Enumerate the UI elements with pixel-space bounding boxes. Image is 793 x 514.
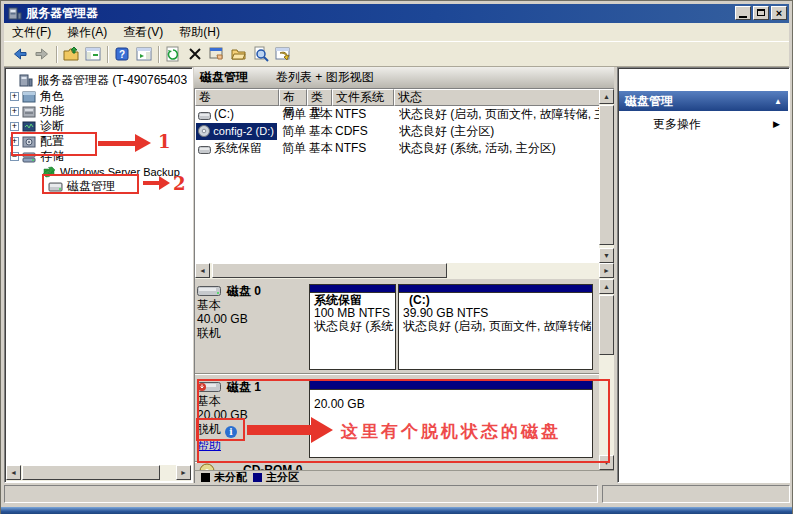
toolbar-separator [158, 46, 159, 63]
close-icon: × [776, 7, 782, 19]
tree-item-roles[interactable]: + 角色 [10, 89, 64, 104]
actions-pane: 磁盘管理 ▲ 更多操作 ▶ [617, 67, 790, 483]
minimize-button[interactable] [735, 6, 751, 20]
find-button[interactable] [250, 44, 272, 65]
collapse-icon[interactable]: ▲ [774, 97, 782, 106]
column-header-volume[interactable]: 卷 [195, 89, 279, 106]
cd-icon [198, 125, 210, 137]
actions-section-disk-management[interactable]: 磁盘管理 ▲ [619, 91, 788, 111]
disk-size: 40.00 GB [197, 312, 307, 326]
volume-row-config2[interactable]: config-2 (D:) 简单 基本 CDFS 状态良好 (主分区) [195, 123, 599, 140]
window-bottom-edge [1, 507, 792, 514]
delete-button[interactable] [184, 44, 206, 65]
column-header-status[interactable]: 状态 [394, 89, 600, 106]
menu-file[interactable]: 文件(F) [4, 23, 59, 42]
column-header-filesystem[interactable]: 文件系统 [332, 89, 394, 106]
disk0-row[interactable]: 磁盘 0 基本 40.00 GB 联机 系统保留 100 MB NTFS 状态良… [195, 282, 600, 374]
scroll-thumb[interactable] [599, 295, 614, 355]
expander-icon[interactable]: + [10, 107, 19, 116]
partition-status: 状态良好 (启动, 页面文件, 故障转储, [399, 320, 592, 333]
up-folder-icon [63, 46, 79, 62]
open-folder-button[interactable] [228, 44, 250, 65]
up-folder-button[interactable] [60, 44, 82, 65]
forward-icon [34, 46, 50, 62]
expander-icon[interactable]: + [10, 122, 19, 131]
scroll-up-icon[interactable]: ▲ [599, 279, 614, 294]
pane-subtitle: 卷列表 + 图形视图 [248, 69, 374, 86]
partition-size: 39.90 GB NTFS [399, 307, 592, 320]
tree-hscrollbar[interactable]: ◄ ► [6, 465, 191, 481]
annotation-arrow3-shaft [247, 425, 312, 435]
scroll-left-icon[interactable]: ◄ [195, 263, 210, 278]
menu-bar: 文件(F) 操作(A) 查看(V) 帮助(H) [4, 23, 789, 42]
find-icon [253, 46, 269, 62]
volume-row-c[interactable]: (C:) 简单 基本 NTFS 状态良好 (启动, 页面文件, 故障转储, 主 [195, 106, 599, 123]
menu-action[interactable]: 操作(A) [59, 23, 115, 42]
selected-volume-cell[interactable]: config-2 (D:) [196, 123, 277, 140]
console-tree-button[interactable] [82, 44, 104, 65]
volume-list: 卷 布局 类型 文件系统 状态 (C:) 简单 基本 NTFS 状态良好 (启动… [194, 89, 614, 279]
disk-drive-icon [197, 285, 221, 297]
action-pane-button[interactable] [133, 44, 155, 65]
annotation-step2: 2 [173, 173, 186, 194]
volume-icon [198, 143, 211, 160]
partition-system-reserved[interactable]: 系统保留 100 MB NTFS 状态良好 (系统 [309, 284, 396, 370]
volume-vscrollbar[interactable]: ▲ ▼ [599, 89, 614, 263]
tree-root-label: 服务器管理器 (T-490765403-ND [37, 72, 187, 89]
refresh-button[interactable] [162, 44, 184, 65]
disk-state: 联机 [197, 326, 307, 340]
annotation-rect-disk-management [42, 174, 139, 194]
volume-type: 基本 [309, 123, 333, 140]
scroll-thumb[interactable] [22, 465, 160, 480]
scroll-right-icon[interactable]: ► [176, 465, 191, 480]
cd-rom-icon [199, 463, 215, 470]
maximize-button[interactable] [753, 6, 769, 20]
menu-view[interactable]: 查看(V) [115, 23, 171, 42]
scroll-left-icon[interactable]: ◄ [6, 465, 21, 480]
back-button[interactable] [9, 44, 31, 65]
volume-hscrollbar[interactable]: ◄ ► [195, 263, 614, 279]
properties-button[interactable] [206, 44, 228, 65]
annotation-arrow1-shaft [98, 141, 135, 146]
back-icon [12, 46, 28, 62]
expander-icon[interactable]: + [10, 92, 19, 101]
primary-partition-swatch [253, 473, 262, 482]
partition-size: 100 MB NTFS [310, 307, 395, 320]
features-icon [22, 106, 36, 118]
volume-status: 状态良好 (主分区) [399, 123, 599, 140]
volume-row-system-reserved[interactable]: 系统保留 简单 基本 NTFS 状态良好 (系统, 活动, 主分区) [195, 140, 599, 157]
partition-title: 系统保留 [310, 293, 395, 307]
scroll-down-icon[interactable]: ▼ [599, 248, 614, 263]
export-list-button[interactable] [272, 44, 294, 65]
help-button[interactable]: ? [111, 44, 133, 65]
maximize-icon [757, 9, 765, 16]
more-actions-item[interactable]: 更多操作 ▶ [619, 115, 788, 133]
more-actions-label: 更多操作 [627, 116, 701, 133]
tree-item-features[interactable]: + 功能 [10, 104, 64, 119]
volume-type: 基本 [309, 106, 333, 123]
legend-label: 主分区 [266, 470, 299, 485]
disk-kind: 基本 [197, 298, 307, 312]
volume-name: config-2 (D:) [213, 125, 274, 137]
legend-bar: 未分配 主分区 [194, 470, 614, 483]
partition-c[interactable]: (C:) 39.90 GB NTFS 状态良好 (启动, 页面文件, 故障转储, [398, 284, 593, 370]
menu-help[interactable]: 帮助(H) [171, 23, 228, 42]
column-header-type[interactable]: 类型 [307, 89, 332, 106]
scroll-thumb[interactable] [599, 105, 614, 245]
disk0-label[interactable]: 磁盘 0 基本 40.00 GB 联机 [197, 284, 307, 340]
toolbar: ? [4, 42, 789, 67]
open-folder-icon [231, 46, 247, 62]
scroll-up-icon[interactable]: ▲ [599, 89, 614, 104]
cdrom0-row[interactable]: CD-ROM 0 [195, 463, 600, 470]
title-bar[interactable]: 服务器管理器 × [4, 4, 789, 23]
scroll-right-icon[interactable]: ► [599, 263, 614, 278]
scroll-thumb[interactable] [212, 263, 447, 278]
volume-name: (C:) [214, 106, 234, 123]
column-header-layout[interactable]: 布局 [279, 89, 307, 106]
action-pane-icon [136, 46, 152, 62]
volume-filesystem: NTFS [335, 106, 366, 123]
tree-root[interactable]: 服务器管理器 (T-490765403-ND [19, 73, 187, 88]
console-tree-icon [85, 46, 101, 62]
close-button[interactable]: × [771, 6, 787, 20]
forward-button[interactable] [31, 44, 53, 65]
